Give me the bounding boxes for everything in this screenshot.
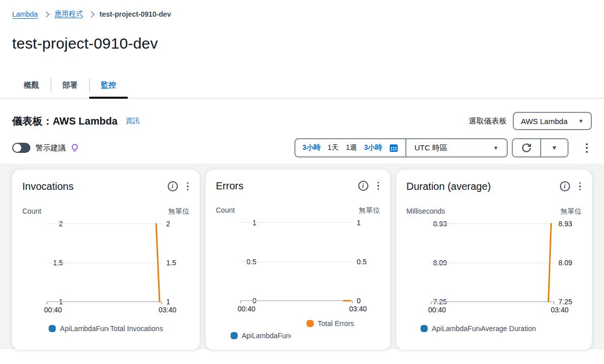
alarm-recommendations-label: 警示建議 [35, 143, 66, 153]
dashboard-select[interactable]: AWS Lambda ▼ [513, 112, 592, 130]
y-tick: 7.25 [558, 298, 582, 306]
y-tick: 1.5 [166, 259, 190, 267]
widget-title: Errors [216, 180, 243, 192]
breadcrumb: Lambda 應用程式 test-project-0910-dev [0, 0, 604, 19]
widget-title: Invocations [22, 181, 73, 192]
errors-widget: Errors i Count 無單位 1 0.5 0 [206, 170, 390, 350]
legend-swatch [421, 325, 428, 332]
breadcrumb-link-lambda[interactable]: Lambda [12, 10, 38, 18]
widget-title: Duration (average) [406, 181, 491, 192]
legend-item[interactable]: ApiLambdaFunc Average Duration [421, 323, 582, 334]
x-tick-start: 00:40 [238, 305, 255, 313]
legend-label: Total Errors [318, 319, 354, 328]
y-axis-unit-left: Milliseconds [406, 207, 445, 216]
y-tick: 1 [357, 219, 380, 227]
y-tick: 2 [166, 220, 190, 228]
charts-area: Invocations i Count 無單位 2 1.5 1 [0, 164, 604, 349]
legend-item[interactable]: ApiLambdaFunc [231, 330, 380, 341]
refresh-button-group: ▼ [512, 138, 569, 157]
chevron-right-icon [43, 11, 50, 18]
legend-label: ApiLambdaFunc [60, 325, 109, 333]
lightbulb-icon[interactable] [71, 143, 79, 153]
legend-label: ApiLambdaFunc [432, 325, 481, 333]
dashboard-select-value: AWS Lambda [521, 117, 568, 126]
chevron-down-icon: ▼ [551, 145, 557, 151]
duration-widget: Duration (average) i Milliseconds 無單位 8.… [396, 170, 592, 350]
y-axis-unit-left: Count [22, 207, 41, 216]
y-tick: 0 [357, 297, 380, 305]
tab-monitoring[interactable]: 監控 [89, 72, 128, 98]
y-axis-unit-right: 無單位 [359, 206, 380, 215]
legend-item[interactable]: Total Errors [307, 318, 380, 329]
y-axis-unit-right: 無單位 [168, 207, 190, 216]
invocations-widget: Invocations i Count 無單位 2 1.5 1 [12, 170, 200, 350]
range-1d-button[interactable]: 1天 [328, 143, 339, 152]
select-dashboard-label: 選取儀表板 [469, 116, 507, 126]
y-tick: 1 [166, 298, 190, 306]
series-line [240, 223, 353, 301]
chevron-down-icon: ▼ [578, 118, 584, 124]
x-tick-start: 00:40 [428, 306, 446, 314]
alarm-recommendations-toggle[interactable] [12, 143, 30, 153]
breadcrumb-link-applications[interactable]: 應用程式 [55, 10, 83, 19]
x-tick-end: 03:40 [159, 306, 176, 314]
tab-overview[interactable]: 概觀 [12, 72, 51, 98]
y-tick: 0.5 [357, 258, 380, 266]
legend-swatch [231, 332, 238, 339]
tab-bar: 概觀 部署 監控 [0, 72, 604, 99]
timezone-value: UTC 時區 [414, 143, 447, 153]
chart-plot: 2 1.5 1 2 1.5 1 [22, 223, 190, 302]
time-range-control: 3小時 1天 1週 3小時 UTC 時區 ▼ [294, 138, 508, 157]
y-axis-unit-right: 無單位 [560, 207, 582, 216]
chevron-right-icon [88, 11, 95, 18]
widget-kebab-menu[interactable] [578, 181, 582, 192]
y-tick: 8.09 [558, 259, 582, 267]
controls-row: 警示建議 3小時 1天 1週 3小時 UTC 時區 ▼ [0, 137, 604, 158]
range-1w-button[interactable]: 1週 [346, 143, 357, 152]
y-axis-unit-left: Count [216, 206, 235, 215]
dashboard-heading: 儀表板：AWS Lambda [12, 114, 118, 128]
timezone-select[interactable]: UTC 時區 ▼ [406, 139, 507, 156]
legend-swatch [49, 325, 56, 332]
legend-label: ApiLambdaFunc [242, 332, 291, 340]
refresh-options-button[interactable]: ▼ [540, 139, 568, 156]
toolbar-kebab-menu[interactable] [582, 140, 592, 156]
chevron-down-icon: ▼ [493, 145, 499, 151]
series-line [431, 224, 554, 302]
info-icon[interactable]: i [168, 181, 178, 191]
chart-plot: 8.93 8.09 7.25 8.93 8.09 7.25 [406, 223, 582, 302]
widget-kebab-menu[interactable] [186, 181, 190, 192]
range-3h-button[interactable]: 3小時 [303, 143, 321, 152]
x-tick-end: 03:40 [349, 305, 367, 313]
widget-kebab-menu[interactable] [376, 181, 381, 191]
refresh-button[interactable] [513, 139, 540, 156]
legend-item[interactable]: ApiLambdaFunc Total Invocations [22, 323, 190, 334]
legend-swatch [307, 320, 314, 327]
series-line [47, 224, 162, 302]
tab-deployments[interactable]: 部署 [51, 72, 89, 98]
info-icon[interactable]: i [560, 181, 570, 191]
info-link[interactable]: 資訊 [126, 116, 140, 126]
page-title: test-project-0910-dev [0, 35, 604, 52]
range-custom-button[interactable]: 3小時 [364, 143, 382, 152]
refresh-icon [521, 142, 532, 153]
breadcrumb-current: test-project-0910-dev [100, 10, 171, 18]
info-icon[interactable]: i [358, 181, 368, 191]
legend-label: Total Invocations [110, 325, 163, 333]
legend-label: Average Duration [481, 325, 536, 333]
dashboard-bar: 儀表板：AWS Lambda 資訊 選取儀表板 AWS Lambda ▼ [0, 111, 604, 131]
chart-plot: 1 0.5 0 1 0.5 0 [216, 222, 380, 301]
x-tick-end: 03:40 [551, 306, 569, 314]
calendar-icon[interactable] [389, 143, 398, 152]
x-tick-start: 00:40 [44, 306, 62, 314]
y-tick: 8.93 [558, 220, 582, 228]
